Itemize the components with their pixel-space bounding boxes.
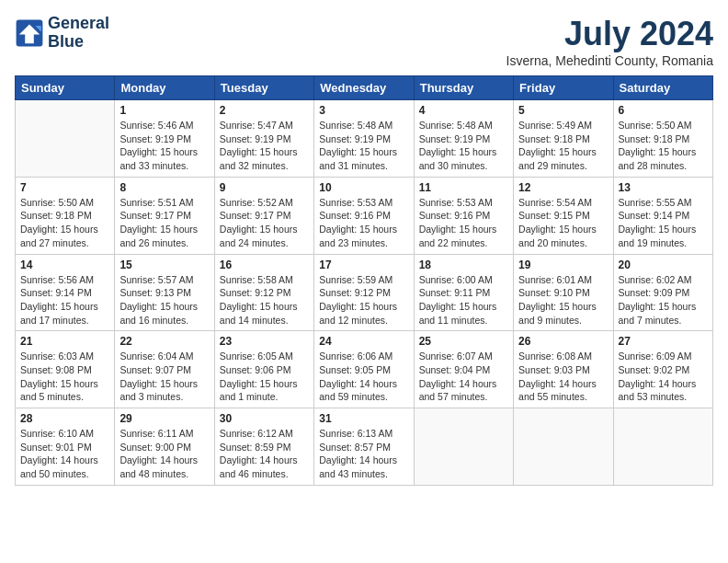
- day-number: 27: [619, 335, 708, 348]
- month-title: July 2024: [506, 15, 713, 53]
- week-row-3: 14 Sunrise: 5:56 AM Sunset: 9:14 PM Dayl…: [16, 254, 713, 331]
- day-cell: 30 Sunrise: 6:12 AM Sunset: 8:59 PM Dayl…: [214, 408, 313, 486]
- day-number: 6: [619, 104, 708, 117]
- day-info: Sunrise: 5:59 AM Sunset: 9:12 PM Dayligh…: [319, 273, 408, 327]
- day-number: 29: [119, 412, 209, 425]
- day-number: 1: [119, 104, 209, 117]
- day-cell: 13 Sunrise: 5:55 AM Sunset: 9:14 PM Dayl…: [613, 177, 712, 254]
- day-number: 11: [419, 181, 508, 194]
- header-saturday: Saturday: [613, 76, 712, 100]
- day-cell: [414, 408, 513, 486]
- day-info: Sunrise: 6:01 AM Sunset: 9:10 PM Dayligh…: [518, 273, 608, 327]
- day-number: 21: [20, 335, 109, 348]
- day-info: Sunrise: 6:08 AM Sunset: 9:03 PM Dayligh…: [518, 350, 608, 404]
- day-number: 2: [220, 104, 309, 117]
- week-row-2: 7 Sunrise: 5:50 AM Sunset: 9:18 PM Dayli…: [16, 177, 713, 254]
- day-cell: [514, 408, 613, 486]
- day-info: Sunrise: 5:49 AM Sunset: 9:18 PM Dayligh…: [518, 119, 608, 173]
- header-tuesday: Tuesday: [214, 76, 313, 100]
- day-number: 19: [518, 259, 608, 271]
- day-info: Sunrise: 5:46 AM Sunset: 9:19 PM Dayligh…: [119, 119, 209, 173]
- day-cell: 9 Sunrise: 5:52 AM Sunset: 9:17 PM Dayli…: [214, 177, 313, 254]
- day-number: 13: [619, 181, 708, 194]
- logo-line2: Blue: [48, 33, 109, 52]
- day-info: Sunrise: 6:11 AM Sunset: 9:00 PM Dayligh…: [119, 427, 209, 481]
- day-info: Sunrise: 6:10 AM Sunset: 9:01 PM Dayligh…: [20, 427, 109, 481]
- day-cell: 14 Sunrise: 5:56 AM Sunset: 9:14 PM Dayl…: [16, 254, 115, 331]
- day-info: Sunrise: 6:07 AM Sunset: 9:04 PM Dayligh…: [419, 350, 508, 404]
- day-info: Sunrise: 6:05 AM Sunset: 9:06 PM Dayligh…: [220, 350, 309, 404]
- day-number: 18: [419, 259, 508, 271]
- day-cell: 8 Sunrise: 5:51 AM Sunset: 9:17 PM Dayli…: [115, 177, 214, 254]
- day-cell: 5 Sunrise: 5:49 AM Sunset: 9:18 PM Dayli…: [514, 100, 613, 178]
- day-info: Sunrise: 5:57 AM Sunset: 9:13 PM Dayligh…: [119, 273, 209, 327]
- day-info: Sunrise: 6:04 AM Sunset: 9:07 PM Dayligh…: [119, 350, 209, 404]
- day-number: 26: [518, 335, 608, 348]
- day-info: Sunrise: 6:09 AM Sunset: 9:02 PM Dayligh…: [619, 350, 708, 404]
- day-info: Sunrise: 6:02 AM Sunset: 9:09 PM Dayligh…: [619, 273, 708, 327]
- day-info: Sunrise: 5:48 AM Sunset: 9:19 PM Dayligh…: [419, 119, 508, 173]
- day-number: 16: [220, 259, 309, 271]
- day-cell: 24 Sunrise: 6:06 AM Sunset: 9:05 PM Dayl…: [314, 331, 414, 408]
- day-cell: 19 Sunrise: 6:01 AM Sunset: 9:10 PM Dayl…: [514, 254, 613, 331]
- day-number: 10: [319, 181, 408, 194]
- header-monday: Monday: [115, 76, 214, 100]
- day-cell: 18 Sunrise: 6:00 AM Sunset: 9:11 PM Dayl…: [414, 254, 513, 331]
- day-number: 31: [319, 412, 408, 425]
- day-cell: 29 Sunrise: 6:11 AM Sunset: 9:00 PM Dayl…: [115, 408, 214, 486]
- day-number: 30: [220, 412, 309, 425]
- day-info: Sunrise: 5:51 AM Sunset: 9:17 PM Dayligh…: [119, 196, 209, 250]
- header-thursday: Thursday: [414, 76, 513, 100]
- day-cell: 26 Sunrise: 6:08 AM Sunset: 9:03 PM Dayl…: [514, 331, 613, 408]
- day-info: Sunrise: 5:50 AM Sunset: 9:18 PM Dayligh…: [20, 196, 109, 250]
- day-cell: 23 Sunrise: 6:05 AM Sunset: 9:06 PM Dayl…: [214, 331, 313, 408]
- header-friday: Friday: [514, 76, 613, 100]
- day-cell: 2 Sunrise: 5:47 AM Sunset: 9:19 PM Dayli…: [214, 100, 313, 178]
- day-cell: 3 Sunrise: 5:48 AM Sunset: 9:19 PM Dayli…: [314, 100, 414, 178]
- title-block: July 2024 Isverna, Mehedinti County, Rom…: [506, 15, 713, 68]
- day-number: 20: [619, 259, 708, 271]
- logo: General Blue: [15, 15, 109, 52]
- day-info: Sunrise: 5:54 AM Sunset: 9:15 PM Dayligh…: [518, 196, 608, 250]
- day-cell: [16, 100, 115, 178]
- day-cell: 15 Sunrise: 5:57 AM Sunset: 9:13 PM Dayl…: [115, 254, 214, 331]
- day-number: 17: [319, 259, 408, 271]
- day-info: Sunrise: 6:00 AM Sunset: 9:11 PM Dayligh…: [419, 273, 508, 327]
- day-info: Sunrise: 6:03 AM Sunset: 9:08 PM Dayligh…: [20, 350, 109, 404]
- day-number: 4: [419, 104, 508, 117]
- week-row-4: 21 Sunrise: 6:03 AM Sunset: 9:08 PM Dayl…: [16, 331, 713, 408]
- day-number: 3: [319, 104, 408, 117]
- day-number: 9: [220, 181, 309, 194]
- day-cell: 16 Sunrise: 5:58 AM Sunset: 9:12 PM Dayl…: [214, 254, 313, 331]
- day-number: 24: [319, 335, 408, 348]
- day-cell: 7 Sunrise: 5:50 AM Sunset: 9:18 PM Dayli…: [16, 177, 115, 254]
- day-info: Sunrise: 5:50 AM Sunset: 9:18 PM Dayligh…: [619, 119, 708, 173]
- day-cell: 22 Sunrise: 6:04 AM Sunset: 9:07 PM Dayl…: [115, 331, 214, 408]
- day-info: Sunrise: 5:53 AM Sunset: 9:16 PM Dayligh…: [419, 196, 508, 250]
- week-row-5: 28 Sunrise: 6:10 AM Sunset: 9:01 PM Dayl…: [16, 408, 713, 486]
- day-cell: 1 Sunrise: 5:46 AM Sunset: 9:19 PM Dayli…: [115, 100, 214, 178]
- logo-line1: General: [48, 15, 109, 33]
- day-info: Sunrise: 5:48 AM Sunset: 9:19 PM Dayligh…: [319, 119, 408, 173]
- day-cell: 31 Sunrise: 6:13 AM Sunset: 8:57 PM Dayl…: [314, 408, 414, 486]
- day-info: Sunrise: 6:06 AM Sunset: 9:05 PM Dayligh…: [319, 350, 408, 404]
- day-number: 8: [119, 181, 209, 194]
- day-number: 15: [119, 259, 209, 271]
- day-number: 14: [20, 259, 109, 271]
- day-number: 5: [518, 104, 608, 117]
- calendar-table: SundayMondayTuesdayWednesdayThursdayFrid…: [15, 75, 713, 486]
- day-cell: 4 Sunrise: 5:48 AM Sunset: 9:19 PM Dayli…: [414, 100, 513, 178]
- calendar-header-row: SundayMondayTuesdayWednesdayThursdayFrid…: [16, 76, 713, 100]
- day-number: 12: [518, 181, 608, 194]
- day-info: Sunrise: 6:13 AM Sunset: 8:57 PM Dayligh…: [319, 427, 408, 481]
- logo-icon: [15, 18, 44, 48]
- day-cell: 20 Sunrise: 6:02 AM Sunset: 9:09 PM Dayl…: [613, 254, 712, 331]
- day-number: 7: [20, 181, 109, 194]
- day-cell: 11 Sunrise: 5:53 AM Sunset: 9:16 PM Dayl…: [414, 177, 513, 254]
- location-subtitle: Isverna, Mehedinti County, Romania: [506, 53, 713, 68]
- day-cell: [613, 408, 712, 486]
- logo-text: General Blue: [48, 15, 109, 52]
- page-header: General Blue July 2024 Isverna, Mehedint…: [15, 15, 713, 68]
- day-number: 25: [419, 335, 508, 348]
- day-cell: 21 Sunrise: 6:03 AM Sunset: 9:08 PM Dayl…: [16, 331, 115, 408]
